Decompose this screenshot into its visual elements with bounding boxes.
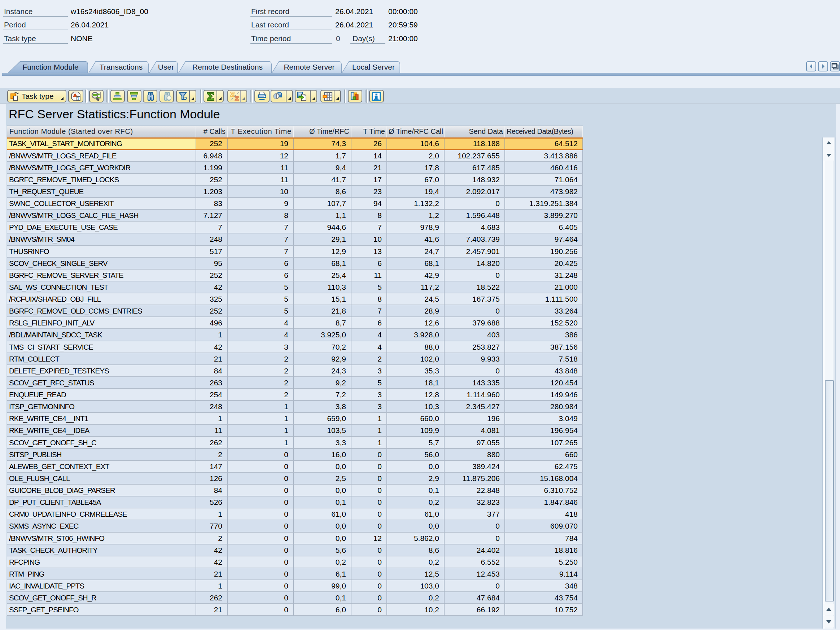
svg-text:1: 1	[77, 96, 79, 101]
